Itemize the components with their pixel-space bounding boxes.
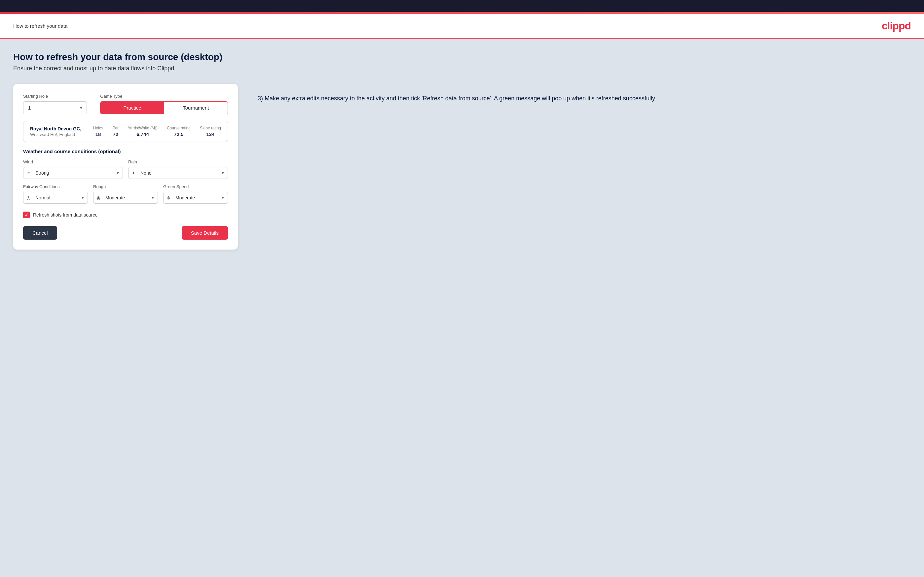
holes-label: Holes: [93, 126, 103, 131]
starting-hole-label: Starting Hole: [23, 94, 87, 99]
course-name: Royal North Devon GC,: [30, 126, 81, 131]
rough-field: Rough ◉ Moderate ▼: [93, 184, 158, 204]
holes-value: 18: [93, 131, 103, 137]
course-stats: Holes 18 Par 72 Yards/White (M)) 6,744 C…: [93, 126, 221, 137]
header: How to refresh your data clippd: [0, 14, 924, 39]
side-text-content: 3) Make any extra edits necessary to the…: [258, 94, 911, 103]
wind-select[interactable]: Strong: [23, 167, 123, 179]
rough-select[interactable]: Moderate: [93, 192, 158, 204]
logo: clippd: [882, 20, 911, 32]
course-rating-value: 72.5: [167, 131, 191, 137]
fairway-select[interactable]: Normal: [23, 192, 88, 204]
header-title: How to refresh your data: [13, 23, 68, 29]
par-label: Par: [112, 126, 119, 131]
yards-label: Yards/White (M)): [128, 126, 158, 131]
holes-stat: Holes 18: [93, 126, 103, 137]
wind-rain-grid: Wind ≋ Strong ▼ Rain ✦: [23, 160, 228, 179]
fairway-label: Fairway Conditions: [23, 184, 88, 189]
rain-label: Rain: [128, 160, 228, 164]
yards-stat: Yards/White (M)) 6,744: [128, 126, 158, 137]
fairway-field: Fairway Conditions ◎ Normal ▼: [23, 184, 88, 204]
fairway-dropdown-wrapper: ◎ Normal ▼: [23, 192, 88, 204]
rough-dropdown-wrapper: ◉ Moderate ▼: [93, 192, 158, 204]
refresh-checkbox[interactable]: [23, 211, 30, 218]
starting-hole-select[interactable]: 1: [23, 102, 87, 114]
par-stat: Par 72: [112, 126, 119, 137]
page-subheading: Ensure the correct and most up to date d…: [13, 65, 911, 72]
conditions-grid-3: Fairway Conditions ◎ Normal ▼ Rough ◉: [23, 184, 228, 204]
top-fields-row: Starting Hole 1 ▼ Game Type Practice Tou…: [23, 94, 228, 114]
side-text-block: 3) Make any extra edits necessary to the…: [258, 84, 911, 103]
rain-select[interactable]: None: [128, 167, 228, 179]
wind-field: Wind ≋ Strong ▼: [23, 160, 123, 179]
starting-hole-col: Starting Hole 1 ▼: [23, 94, 87, 114]
game-type-label: Game Type: [100, 94, 228, 99]
wind-dropdown-wrapper: ≋ Strong ▼: [23, 167, 123, 179]
cancel-button[interactable]: Cancel: [23, 226, 57, 240]
game-type-buttons: Practice Tournament: [100, 102, 228, 114]
rain-field: Rain ✦ None ▼: [128, 160, 228, 179]
conditions-section: Weather and course conditions (optional)…: [23, 148, 228, 204]
slope-rating-stat: Slope rating 134: [200, 126, 221, 137]
course-location: Westward Ho!, England: [30, 132, 81, 137]
save-button[interactable]: Save Details: [182, 226, 228, 240]
yards-value: 6,744: [128, 131, 158, 137]
par-value: 72: [112, 131, 119, 137]
starting-hole-select-wrap: 1 ▼: [23, 102, 87, 114]
conditions-title: Weather and course conditions (optional): [23, 148, 228, 154]
slope-rating-value: 134: [200, 131, 221, 137]
rough-label: Rough: [93, 184, 158, 189]
slope-rating-label: Slope rating: [200, 126, 221, 131]
action-row: Cancel Save Details: [23, 226, 228, 240]
main-content: How to refresh your data from source (de…: [0, 39, 924, 576]
practice-button[interactable]: Practice: [100, 102, 164, 114]
green-speed-dropdown-wrapper: ⊕ Moderate ▼: [163, 192, 228, 204]
page-heading: How to refresh your data from source (de…: [13, 52, 911, 62]
refresh-checkbox-row: Refresh shots from data source: [23, 211, 228, 218]
wind-label: Wind: [23, 160, 123, 164]
game-type-col: Game Type Practice Tournament: [100, 94, 228, 114]
course-info: Royal North Devon GC, Westward Ho!, Engl…: [30, 126, 81, 137]
green-speed-select[interactable]: Moderate: [163, 192, 228, 204]
content-row: Starting Hole 1 ▼ Game Type Practice Tou…: [13, 84, 911, 250]
main-card: Starting Hole 1 ▼ Game Type Practice Tou…: [13, 84, 238, 250]
refresh-label: Refresh shots from data source: [33, 212, 97, 218]
course-card: Royal North Devon GC, Westward Ho!, Engl…: [23, 121, 228, 142]
course-rating-label: Course rating: [167, 126, 191, 131]
tournament-button[interactable]: Tournament: [164, 102, 228, 114]
green-speed-label: Green Speed: [163, 184, 228, 189]
rain-dropdown-wrapper: ✦ None ▼: [128, 167, 228, 179]
course-rating-stat: Course rating 72.5: [167, 126, 191, 137]
green-speed-field: Green Speed ⊕ Moderate ▼: [163, 184, 228, 204]
